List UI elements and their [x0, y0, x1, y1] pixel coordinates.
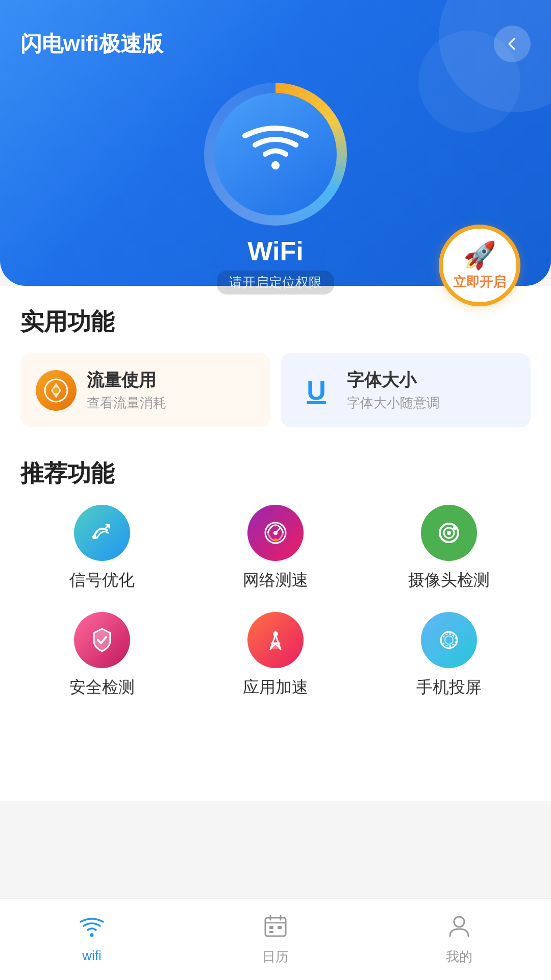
svg-point-9 — [447, 531, 451, 535]
rocket-icon: 🚀 — [463, 240, 496, 271]
camera-detect-icon — [421, 505, 477, 561]
security-check-icon — [74, 612, 130, 668]
nav-calendar[interactable]: 日历 — [184, 903, 367, 976]
wifi-sublabel: 请开启定位权限 — [217, 271, 334, 295]
app-boost-item[interactable]: 应用加速 — [194, 612, 357, 699]
svg-rect-17 — [278, 926, 282, 929]
svg-point-10 — [453, 526, 457, 530]
launch-button[interactable]: 🚀 立即开启 — [439, 225, 520, 306]
main-content: 实用功能 流量使用 查看流量消耗 U 字体大小 — [0, 286, 551, 801]
network-speed-label: 网络测速 — [243, 569, 308, 592]
svg-point-12 — [441, 632, 457, 648]
screen-mirror-icon — [421, 612, 477, 668]
signal-optimize-label: 信号优化 — [69, 569, 135, 592]
svg-point-0 — [271, 161, 280, 169]
feature-cards: 流量使用 查看流量消耗 U 字体大小 字体大小随意调 — [20, 353, 531, 427]
network-speed-icon — [247, 505, 304, 561]
signal-optimize-icon — [74, 505, 130, 561]
font-size-icon: U — [296, 370, 337, 411]
wifi-ring — [204, 83, 347, 226]
screen-mirror-item[interactable]: 手机投屏 — [367, 612, 531, 699]
wifi-circle-container — [0, 83, 551, 226]
font-size-card[interactable]: U 字体大小 字体大小随意调 — [281, 353, 531, 427]
font-size-subtitle: 字体大小随意调 — [347, 394, 440, 412]
font-size-text: 字体大小 字体大小随意调 — [347, 369, 440, 412]
nav-calendar-label: 日历 — [262, 948, 289, 966]
bottom-navigation: wifi 日历 我的 — [0, 898, 551, 980]
camera-detect-item[interactable]: 摄像头检测 — [367, 505, 531, 592]
data-usage-title: 流量使用 — [87, 369, 166, 392]
app-title: 闪电wifi极速版 — [20, 30, 163, 58]
data-usage-icon — [36, 370, 77, 411]
app-boost-icon — [247, 612, 304, 668]
wifi-ring-inner — [214, 93, 337, 215]
svg-point-14 — [90, 933, 94, 937]
svg-point-13 — [445, 636, 453, 644]
calendar-nav-icon — [263, 914, 288, 944]
svg-rect-16 — [269, 926, 273, 929]
svg-point-6 — [274, 538, 277, 542]
data-usage-subtitle: 查看流量消耗 — [87, 394, 166, 412]
app-boost-label: 应用加速 — [243, 676, 308, 699]
svg-point-11 — [273, 631, 278, 636]
svg-point-3 — [92, 535, 96, 539]
nav-wifi-label: wifi — [82, 948, 102, 964]
svg-rect-18 — [269, 931, 273, 933]
practical-section-title: 实用功能 — [20, 306, 531, 338]
data-usage-card[interactable]: 流量使用 查看流量消耗 — [20, 353, 270, 427]
security-check-item[interactable]: 安全检测 — [20, 612, 184, 699]
camera-detect-label: 摄像头检测 — [408, 569, 490, 592]
svg-rect-15 — [265, 918, 286, 936]
svg-point-2 — [53, 387, 59, 394]
font-size-title: 字体大小 — [347, 369, 440, 392]
security-check-label: 安全检测 — [69, 676, 135, 699]
nav-profile[interactable]: 我的 — [367, 903, 551, 976]
launch-button-label: 立即开启 — [453, 273, 506, 291]
profile-nav-icon — [447, 914, 471, 944]
wifi-symbol-icon — [240, 119, 311, 184]
recommend-section-title: 推荐功能 — [20, 458, 531, 489]
recommend-section: 推荐功能 信号优化 — [20, 458, 531, 699]
practical-section: 实用功能 流量使用 查看流量消耗 U 字体大小 — [20, 306, 531, 427]
network-speed-item[interactable]: 网络测速 — [194, 505, 357, 592]
data-usage-text: 流量使用 查看流量消耗 — [87, 369, 166, 412]
nav-wifi[interactable]: wifi — [0, 905, 184, 974]
nav-profile-label: 我的 — [446, 948, 472, 966]
wifi-nav-icon — [80, 916, 104, 944]
screen-mirror-label: 手机投屏 — [416, 676, 482, 699]
recommend-grid: 信号优化 网络测速 — [20, 505, 531, 699]
signal-optimize-item[interactable]: 信号优化 — [20, 505, 184, 592]
svg-point-19 — [454, 917, 464, 927]
